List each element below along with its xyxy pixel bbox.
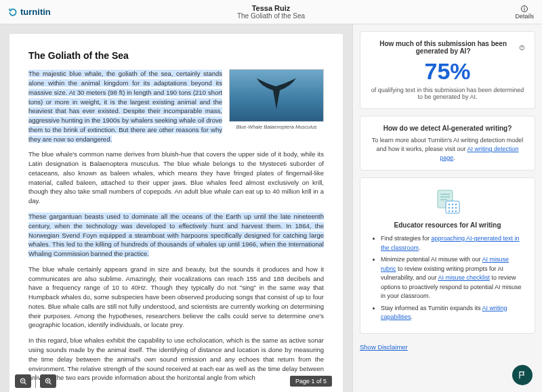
svg-point-23 bbox=[448, 211, 449, 212]
zoom-in-button[interactable] bbox=[40, 374, 56, 388]
page-indicator: Page 1 of 5 bbox=[290, 376, 332, 387]
svg-point-25 bbox=[455, 211, 456, 212]
svg-point-2 bbox=[524, 7, 525, 7]
header-titles: Tessa Ruiz The Goliath of the Sea bbox=[0, 4, 542, 20]
main-area: The Goliath of the Sea Blue-Whale Balaen… bbox=[0, 24, 542, 392]
svg-line-4 bbox=[24, 382, 26, 384]
detect-heading: How do we detect AI-generated writing? bbox=[370, 125, 525, 132]
list-item: Find strategies for approaching AI-gener… bbox=[381, 234, 525, 253]
ai-score-heading: How much of this submission has been gen… bbox=[370, 40, 525, 55]
toolbar-separator bbox=[35, 374, 36, 388]
list-item: Stay informed as Turnitin expands its AI… bbox=[381, 304, 525, 322]
resources-heading: Educator resources for AI writing bbox=[370, 221, 525, 229]
resources-card: Educator resources for AI writing Find s… bbox=[360, 177, 535, 334]
paragraph-2: The blue whale's common name derives fro… bbox=[28, 150, 324, 206]
ai-score-card: How much of this submission has been gen… bbox=[360, 31, 535, 109]
resources-list: Find strategies for approaching AI-gener… bbox=[370, 234, 525, 322]
show-disclaimer-link[interactable]: Show Disclaimer bbox=[360, 343, 535, 351]
svg-point-21 bbox=[451, 207, 453, 209]
svg-line-7 bbox=[49, 382, 51, 384]
details-label: Details bbox=[515, 13, 534, 20]
document-viewport[interactable]: The Goliath of the Sea Blue-Whale Balaen… bbox=[0, 24, 352, 392]
zoom-out-button[interactable] bbox=[15, 374, 31, 388]
help-icon[interactable] bbox=[519, 44, 525, 51]
paragraph-3: These gargantuan beasts used to dominate… bbox=[28, 212, 324, 259]
figure: Blue-Whale Balaenoptera Musculus bbox=[229, 69, 324, 131]
svg-point-18 bbox=[451, 204, 453, 205]
info-icon bbox=[520, 5, 528, 13]
svg-point-20 bbox=[448, 207, 449, 209]
svg-point-22 bbox=[455, 207, 456, 209]
flag-fab-button[interactable] bbox=[512, 365, 533, 385]
page-title: The Goliath of the Sea bbox=[28, 49, 324, 62]
paragraph-5: In this regard, blue whales exhibit the … bbox=[28, 336, 324, 383]
checklist-link[interactable]: AI misuse checklist bbox=[438, 274, 490, 281]
details-button[interactable]: Details bbox=[515, 5, 534, 20]
paragraph-4: The blue whale certainly appears grand i… bbox=[28, 265, 324, 330]
ai-percentage: 75% bbox=[370, 59, 525, 84]
document-stack-icon bbox=[432, 189, 463, 216]
zoom-out-icon bbox=[20, 378, 27, 385]
ai-sidebar: How much of this submission has been gen… bbox=[352, 24, 542, 392]
highlight: The majestic blue whale, the goliath of … bbox=[28, 70, 222, 142]
ai-subtext: of qualifying text in this submission ha… bbox=[370, 87, 525, 100]
brand-text: turnitin bbox=[20, 7, 51, 17]
zoom-in-icon bbox=[45, 378, 52, 385]
svg-point-19 bbox=[455, 204, 456, 205]
whale-image bbox=[229, 69, 324, 122]
brand-logo: turnitin bbox=[8, 7, 51, 17]
flag-icon bbox=[518, 370, 527, 380]
document-page: The Goliath of the Sea Blue-Whale Balaen… bbox=[9, 34, 343, 392]
detect-text: To learn more about Turnitin's AI writin… bbox=[370, 136, 525, 162]
svg-point-17 bbox=[448, 204, 449, 205]
top-bar: turnitin Tessa Ruiz The Goliath of the S… bbox=[0, 0, 542, 24]
list-item: Minimize potential AI misuse with our AI… bbox=[381, 255, 525, 301]
svg-point-24 bbox=[451, 211, 453, 212]
image-caption: Blue-Whale Balaenoptera Musculus bbox=[229, 124, 324, 131]
resources-illustration bbox=[370, 189, 525, 216]
turnitin-icon bbox=[8, 7, 18, 17]
highlight: These gargantuan beasts used to dominate… bbox=[28, 213, 324, 257]
detect-card: How do we detect AI-generated writing? T… bbox=[360, 116, 535, 171]
student-name: Tessa Ruiz bbox=[0, 4, 542, 12]
document-subtitle: The Goliath of the Sea bbox=[0, 12, 542, 20]
zoom-toolbar bbox=[15, 374, 56, 388]
whale-tail-icon bbox=[253, 77, 300, 111]
